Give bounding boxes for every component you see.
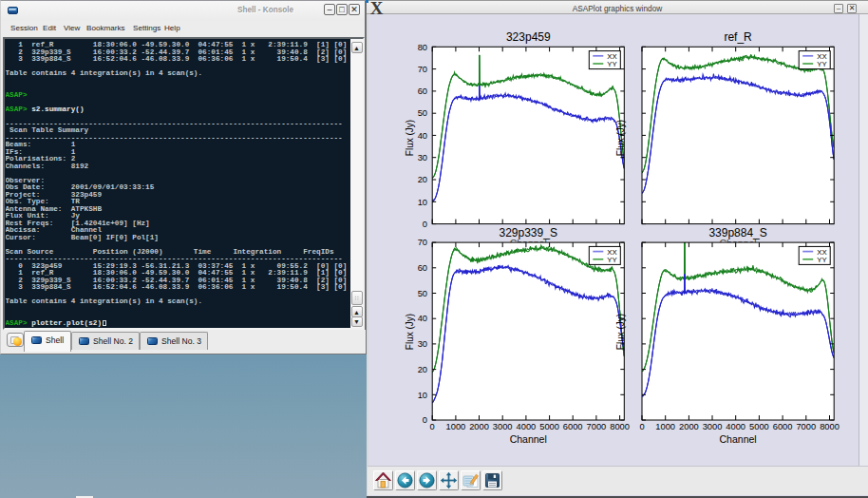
svg-text:Flux (Jy): Flux (Jy) <box>615 314 626 350</box>
svg-text:8000: 8000 <box>610 422 630 431</box>
svg-text:5000: 5000 <box>539 422 559 431</box>
svg-text:3000: 3000 <box>703 422 723 431</box>
svg-text:7000: 7000 <box>796 422 816 431</box>
svg-text:40: 40 <box>418 314 427 323</box>
svg-text:30: 30 <box>418 153 427 163</box>
svg-text:40: 40 <box>418 131 427 141</box>
svg-text:Flux (Jy): Flux (Jy) <box>405 120 415 156</box>
svg-text:329p339_S: 329p339_S <box>499 226 557 239</box>
svg-text:2000: 2000 <box>679 422 699 431</box>
svg-text:0: 0 <box>430 422 435 431</box>
svg-text:323p459: 323p459 <box>506 30 551 44</box>
svg-text:80: 80 <box>418 43 427 52</box>
svg-text:70: 70 <box>418 238 427 247</box>
svg-text:0: 0 <box>639 422 644 431</box>
svg-text:60: 60 <box>418 86 427 96</box>
svg-text:8000: 8000 <box>820 422 840 431</box>
svg-text:5000: 5000 <box>749 422 769 431</box>
svg-text:YY: YY <box>817 60 827 68</box>
svg-text:Flux (Jy): Flux (Jy) <box>405 314 415 350</box>
svg-text:30: 30 <box>418 339 427 349</box>
svg-text:Channel: Channel <box>510 433 547 445</box>
svg-text:70: 70 <box>418 65 427 74</box>
svg-text:3000: 3000 <box>493 422 513 431</box>
svg-text:6000: 6000 <box>563 422 583 431</box>
svg-text:YY: YY <box>607 60 617 68</box>
svg-text:YY: YY <box>817 256 827 264</box>
svg-text:Channel: Channel <box>720 433 757 445</box>
svg-text:20: 20 <box>418 175 427 184</box>
svg-text:ref_R: ref_R <box>724 30 752 44</box>
svg-text:4000: 4000 <box>726 422 745 431</box>
svg-text:6000: 6000 <box>773 422 793 431</box>
svg-text:0: 0 <box>423 220 427 229</box>
svg-text:10: 10 <box>418 198 427 207</box>
svg-text:7000: 7000 <box>587 422 607 431</box>
svg-text:Flux (Jy): Flux (Jy) <box>615 120 626 156</box>
svg-text:2000: 2000 <box>469 422 489 431</box>
svg-text:4000: 4000 <box>517 422 537 431</box>
svg-text:YY: YY <box>607 256 617 264</box>
svg-text:10: 10 <box>418 391 427 400</box>
svg-text:339p884_S: 339p884_S <box>708 226 766 239</box>
svg-text:0: 0 <box>423 415 427 425</box>
svg-text:50: 50 <box>418 289 427 298</box>
svg-text:20: 20 <box>418 365 427 374</box>
svg-text:1000: 1000 <box>655 422 675 431</box>
svg-text:60: 60 <box>418 263 427 273</box>
svg-text:50: 50 <box>418 108 427 118</box>
svg-text:1000: 1000 <box>446 422 466 431</box>
